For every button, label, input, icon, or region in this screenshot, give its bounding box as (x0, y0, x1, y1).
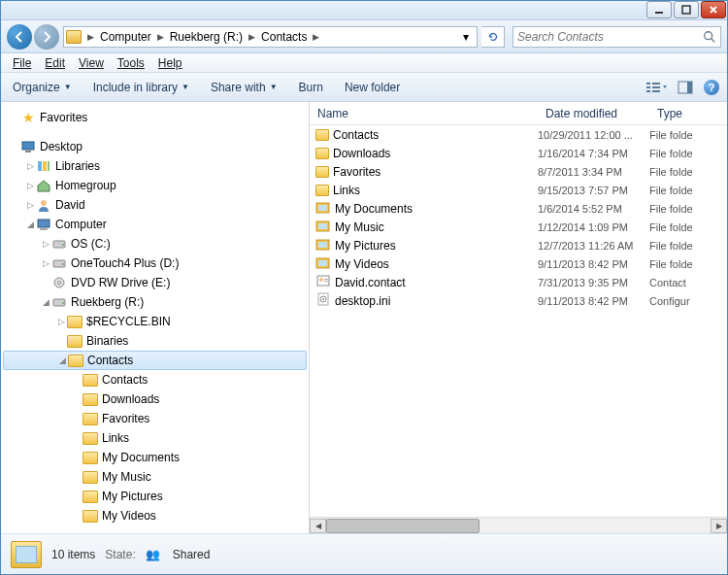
file-row[interactable]: My Videos9/11/2013 8:42 PMFile folde (310, 254, 727, 273)
folder-icon (83, 431, 98, 445)
tree-item[interactable]: ▷Libraries (1, 156, 309, 176)
tree-item-label: My Music (102, 470, 151, 484)
tree-item-label: David (55, 198, 85, 212)
expander-icon[interactable]: ▷ (24, 161, 36, 171)
navigation-tree[interactable]: ★FavoritesDesktop▷Libraries▷Homegroup▷Da… (1, 102, 310, 533)
organize-button[interactable]: Organize▼ (9, 78, 76, 97)
tree-item[interactable]: My Pictures (1, 487, 309, 506)
menu-file[interactable]: File (7, 54, 37, 72)
tree-item[interactable]: ▷Homegroup (1, 176, 309, 195)
tree-item-label: Homegroup (55, 179, 116, 192)
svg-line-3 (711, 38, 715, 42)
expander-icon[interactable]: ▷ (40, 239, 51, 249)
menu-view[interactable]: View (73, 54, 110, 72)
chevron-right-icon[interactable]: ▶ (311, 32, 321, 42)
breadcrumb-computer[interactable]: Computer (96, 27, 155, 47)
column-name[interactable]: Name (310, 107, 538, 120)
tree-item[interactable]: ▷$RECYCLE.BIN (1, 312, 309, 331)
tree-item[interactable]: ▷OS (C:) (1, 234, 309, 254)
expander-icon[interactable]: ▷ (40, 258, 51, 268)
folder-icon (67, 315, 83, 328)
column-type[interactable]: Type (649, 107, 727, 120)
tree-item[interactable]: My Videos (1, 506, 309, 525)
file-list[interactable]: Contacts10/29/2011 12:00 ...File foldeDo… (310, 125, 727, 517)
file-row[interactable]: Favorites8/7/2011 3:34 PMFile folde (310, 162, 727, 181)
file-row[interactable]: Links9/15/2013 7:57 PMFile folde (310, 181, 727, 199)
menu-help[interactable]: Help (152, 54, 188, 72)
tree-item[interactable]: Favorites (1, 409, 309, 428)
address-dropdown[interactable]: ▾ (457, 30, 475, 44)
folder-icon (83, 373, 98, 387)
tree-item[interactable]: My Documents (1, 448, 309, 467)
expander-icon[interactable]: ▷ (24, 200, 36, 210)
file-row[interactable]: My Pictures12/7/2013 11:26 AMFile folde (310, 236, 727, 254)
search-box[interactable] (513, 26, 721, 48)
share-with-button[interactable]: Share with▼ (207, 78, 281, 97)
expander-icon[interactable]: ▷ (55, 317, 67, 326)
column-date[interactable]: Date modified (538, 107, 649, 120)
tree-item[interactable]: Contacts (1, 370, 309, 389)
search-input[interactable] (517, 30, 703, 44)
file-row[interactable]: My Documents1/6/2014 5:52 PMFile folde (310, 199, 727, 218)
forward-button[interactable] (34, 24, 59, 50)
file-row[interactable]: Contacts10/29/2011 12:00 ...File folde (310, 125, 727, 144)
help-button[interactable]: ? (704, 80, 719, 95)
file-type: Configur (649, 295, 727, 307)
view-mode-button[interactable] (645, 78, 667, 97)
horizontal-scrollbar[interactable]: ◀ ▶ (310, 517, 727, 533)
file-row[interactable]: David.contact7/31/2013 9:35 PMContact (310, 273, 727, 291)
file-name: Contacts (333, 128, 379, 142)
preview-pane-button[interactable] (675, 78, 696, 97)
user-icon (36, 198, 51, 212)
expander-icon[interactable]: ◢ (56, 355, 68, 365)
home-icon (36, 179, 51, 192)
expander-icon[interactable]: ◢ (40, 297, 51, 307)
breadcrumb-drive[interactable]: Ruekberg (R:) (166, 27, 247, 47)
tree-item-label: Contacts (87, 354, 133, 367)
tree-item[interactable]: ◢Computer (1, 215, 309, 234)
new-folder-button[interactable]: New folder (341, 78, 404, 97)
scroll-left-button[interactable]: ◀ (310, 519, 326, 533)
chevron-right-icon[interactable]: ▶ (155, 32, 166, 42)
file-row[interactable]: Downloads1/16/2014 7:34 PMFile folde (310, 144, 727, 162)
chevron-right-icon[interactable]: ▶ (247, 32, 257, 42)
back-button[interactable] (7, 24, 32, 50)
maximize-button[interactable] (674, 1, 699, 18)
tree-item-label: Favorites (102, 412, 149, 425)
tree-item[interactable]: ◢Contacts (3, 351, 307, 370)
file-row[interactable]: My Music1/12/2014 1:09 PMFile folde (310, 218, 727, 236)
file-type: File folde (649, 240, 727, 252)
file-date: 9/11/2013 8:42 PM (538, 258, 649, 270)
scroll-thumb[interactable] (326, 519, 480, 533)
tree-item[interactable]: Binaries (1, 331, 309, 351)
address-bar[interactable]: ▶ Computer ▶ Ruekberg (R:) ▶ Contacts ▶ … (63, 26, 478, 48)
tree-item[interactable]: ▷OneTouch4 Plus (D:) (1, 254, 309, 273)
expander-icon[interactable]: ◢ (24, 220, 36, 229)
file-row[interactable]: desktop.ini9/11/2013 8:42 PMConfigur (310, 291, 727, 310)
tree-item-label: Computer (55, 218, 107, 231)
tree-item[interactable]: DVD RW Drive (E:) (1, 273, 309, 292)
chevron-right-icon[interactable]: ▶ (85, 32, 96, 42)
tree-item[interactable]: ▷David (1, 195, 309, 215)
expander-icon[interactable]: ▷ (24, 181, 36, 190)
folder-icon (83, 392, 98, 406)
svg-rect-38 (324, 279, 328, 280)
include-library-button[interactable]: Include in library▼ (89, 78, 193, 97)
scroll-right-button[interactable]: ▶ (711, 519, 727, 533)
menu-tools[interactable]: Tools (112, 54, 150, 72)
tree-item[interactable]: Desktop (1, 137, 309, 156)
tree-item[interactable]: My Music (1, 467, 309, 487)
tree-item[interactable]: Downloads (1, 389, 309, 409)
tree-item[interactable]: ★Favorites (1, 108, 309, 127)
tree-item[interactable]: ◢Ruekberg (R:) (1, 292, 309, 312)
minimize-button[interactable] (646, 1, 672, 18)
tree-item-label: My Documents (102, 451, 180, 464)
tree-item[interactable]: Links (1, 428, 309, 448)
svg-rect-29 (318, 205, 327, 211)
breadcrumb-folder[interactable]: Contacts (257, 27, 311, 47)
burn-button[interactable]: Burn (295, 78, 327, 97)
refresh-button[interactable] (481, 26, 505, 48)
menu-edit[interactable]: Edit (39, 54, 71, 72)
close-button[interactable] (701, 1, 726, 18)
svg-rect-8 (652, 86, 660, 88)
